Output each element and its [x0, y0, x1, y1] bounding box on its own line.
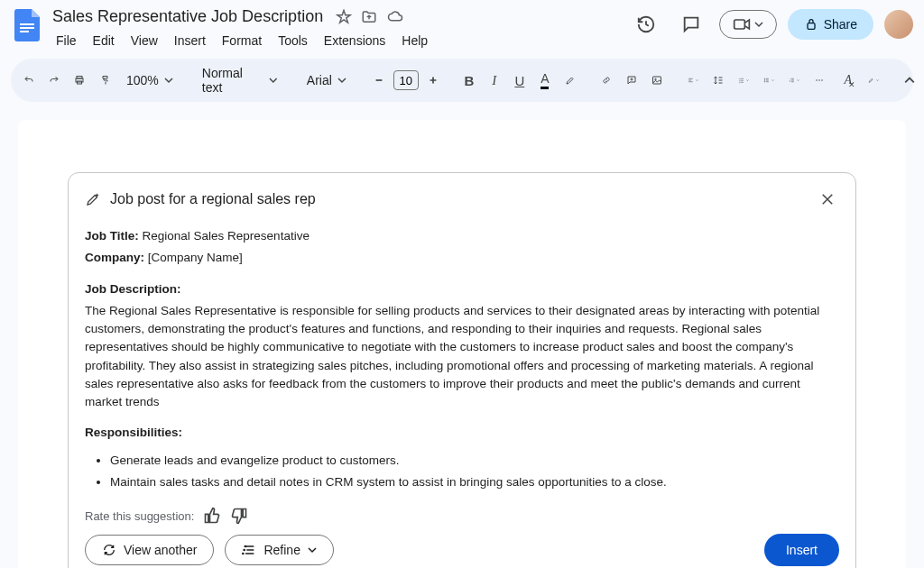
svg-point-10 [764, 78, 765, 79]
ai-content: Job Title: Regional Sales Representative… [85, 227, 855, 498]
comments-icon[interactable] [674, 7, 708, 41]
list-item: Process all correspondence and paperwork… [110, 495, 834, 498]
docs-logo[interactable] [11, 9, 43, 41]
bold-button[interactable]: B [458, 68, 480, 93]
italic-button[interactable]: I [484, 68, 505, 93]
list-item: Generate leads and evangelize product to… [110, 452, 834, 470]
zoom-value: 100% [126, 73, 159, 87]
menu-insert[interactable]: Insert [167, 30, 213, 51]
share-label: Share [824, 17, 857, 32]
header-actions: Share [629, 7, 913, 41]
highlight-button[interactable] [559, 68, 581, 93]
header: Sales Representative Job Description Fil… [0, 0, 924, 51]
ai-footer: Rate this suggestion: View another Refin… [85, 507, 855, 566]
pencil-star-icon [85, 191, 101, 207]
list-item: Maintain sales tasks and detail notes in… [110, 473, 834, 491]
more-button[interactable] [808, 68, 830, 93]
menu-extensions[interactable]: Extensions [317, 30, 393, 51]
link-button[interactable] [596, 68, 617, 93]
svg-rect-0 [20, 23, 34, 25]
text-color-button[interactable]: A [534, 68, 556, 93]
document-title[interactable]: Sales Representative Job Description [49, 5, 327, 28]
title-area: Sales Representative Job Description Fil… [49, 5, 629, 51]
svg-rect-1 [20, 27, 34, 29]
svg-rect-2 [20, 31, 29, 32]
job-title-value: Regional Sales Representative [143, 229, 310, 243]
refine-button[interactable]: Refine [225, 535, 333, 565]
menu-file[interactable]: File [49, 30, 84, 51]
align-button[interactable] [682, 68, 704, 93]
font-size-input[interactable] [393, 70, 419, 90]
document-page: Job post for a regional sales rep Job Ti… [18, 120, 906, 568]
svg-point-20 [244, 549, 245, 550]
menu-view[interactable]: View [124, 30, 165, 51]
share-button[interactable]: Share [788, 9, 873, 40]
svg-point-9 [655, 78, 657, 80]
style-dropdown[interactable]: Normal text [195, 62, 285, 98]
refine-label: Refine [263, 543, 300, 557]
insert-button[interactable]: Insert [764, 534, 839, 566]
job-title-label: Job Title: [85, 229, 139, 243]
menu-format[interactable]: Format [215, 30, 269, 51]
font-size-decrease[interactable] [368, 68, 390, 93]
ai-suggestion-panel: Job post for a regional sales rep Job Ti… [68, 172, 856, 568]
page-container: Job post for a regional sales rep Job Ti… [0, 109, 924, 568]
user-avatar[interactable] [884, 10, 913, 39]
svg-point-12 [764, 81, 765, 82]
svg-rect-4 [808, 23, 815, 30]
print-button[interactable] [69, 68, 90, 93]
menu-help[interactable]: Help [394, 30, 435, 51]
redo-button[interactable] [43, 68, 65, 93]
company-label: Company: [85, 251, 144, 264]
style-value: Normal text [202, 66, 263, 95]
star-icon[interactable] [336, 9, 352, 25]
font-value: Arial [307, 73, 332, 87]
svg-point-18 [821, 79, 823, 81]
job-description-text: The Regional Sales Representative is res… [85, 302, 834, 412]
numbered-list-button[interactable]: 123 [783, 68, 805, 93]
history-icon[interactable] [629, 7, 663, 41]
meet-button[interactable] [719, 10, 777, 39]
company-value: [Company Name] [148, 251, 243, 264]
editing-mode-button[interactable] [863, 68, 884, 93]
cloud-status-icon[interactable] [386, 9, 404, 25]
svg-point-19 [245, 545, 246, 546]
rate-label: Rate this suggestion: [85, 509, 194, 523]
responsibilities-label: Responsibilities: [85, 424, 834, 442]
close-icon[interactable] [816, 188, 839, 211]
zoom-dropdown[interactable]: 100% [119, 69, 180, 91]
svg-point-21 [243, 553, 244, 554]
svg-point-16 [816, 79, 818, 81]
thumbs-down-icon[interactable] [230, 507, 248, 525]
bullet-list-button[interactable] [758, 68, 780, 93]
collapse-toolbar-button[interactable] [899, 68, 920, 93]
paint-format-button[interactable] [94, 68, 116, 93]
thumbs-up-icon[interactable] [203, 507, 221, 525]
menu-tools[interactable]: Tools [271, 30, 315, 51]
checklist-button[interactable] [733, 68, 754, 93]
job-description-label: Job Description: [85, 280, 834, 298]
svg-text:3: 3 [790, 80, 790, 82]
responsibilities-list: Generate leads and evangelize product to… [110, 452, 834, 499]
toolbar: 100% Normal text Arial B I U A 123 A✕ [11, 59, 913, 102]
undo-button[interactable] [18, 68, 40, 93]
font-dropdown[interactable]: Arial [300, 69, 354, 91]
view-another-button[interactable]: View another [85, 535, 214, 565]
menu-bar: File Edit View Insert Format Tools Exten… [49, 30, 629, 51]
clear-format-button[interactable]: A✕ [837, 68, 859, 93]
line-spacing-button[interactable] [707, 68, 729, 93]
menu-edit[interactable]: Edit [86, 30, 122, 51]
ai-prompt-title: Job post for a regional sales rep [110, 191, 807, 207]
add-comment-button[interactable] [621, 68, 642, 93]
svg-point-11 [764, 80, 765, 81]
move-folder-icon[interactable] [361, 9, 377, 25]
underline-button[interactable]: U [509, 68, 531, 93]
svg-rect-3 [734, 20, 744, 29]
svg-point-17 [818, 79, 820, 81]
view-another-label: View another [124, 543, 197, 557]
insert-label: Insert [786, 543, 818, 557]
insert-image-button[interactable] [646, 68, 668, 93]
font-size-increase[interactable] [422, 68, 444, 93]
